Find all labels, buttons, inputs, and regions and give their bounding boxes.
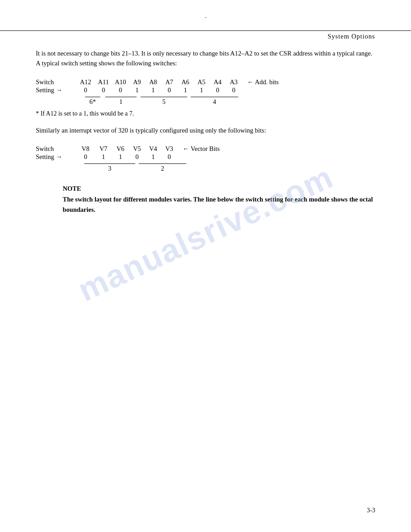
vector-switch-table: Switch V8 V7 V6 V5 V4 V3 ← Vector Bits S…: [36, 145, 375, 172]
similarly-paragraph: Similarly an interrupt vector of 320 is …: [36, 125, 375, 135]
top-dot: .: [205, 13, 207, 20]
col-v7: V7: [95, 145, 112, 153]
val-v8: 0: [76, 153, 95, 161]
group-value-1: 1: [119, 98, 122, 106]
note-section: NOTE The switch layout for different mod…: [36, 185, 375, 215]
val-a10: 0: [112, 86, 129, 94]
val-a7: 0: [161, 86, 177, 94]
val-a12: 0: [76, 86, 95, 94]
group-value-3: 3: [108, 165, 111, 172]
main-content: It is not necessary to change bits 21–13…: [36, 48, 375, 215]
col-a5: A5: [193, 78, 210, 86]
setting-label-2: Setting →: [36, 153, 76, 161]
col-v6: V6: [112, 145, 129, 153]
setting-label-1: Setting →: [36, 86, 76, 94]
col-v3: V3: [161, 145, 177, 153]
col-v4: V4: [145, 145, 161, 153]
col-a8: A8: [145, 78, 161, 86]
val-a8: 1: [145, 86, 161, 94]
val-a3: 0: [226, 86, 242, 94]
col-a12: A12: [76, 78, 95, 86]
csr-footnote: * If A12 is set to a 1, this would be a …: [36, 110, 375, 117]
val-a11: 0: [95, 86, 112, 94]
page-number: 3-3: [367, 507, 375, 514]
csr-switch-table: Switch A12 A11 A10 A9 A8 A7 A6 A5 A4 A3 …: [36, 78, 375, 106]
val-a5: 1: [193, 86, 210, 94]
page: . System Options It is not necessary to …: [0, 0, 411, 532]
col-a4: A4: [210, 78, 226, 86]
page-header: System Options: [0, 30, 411, 40]
col-v8: V8: [76, 145, 95, 153]
val-a9: 1: [129, 86, 145, 94]
col-a3: A3: [226, 78, 242, 86]
col-a6: A6: [177, 78, 193, 86]
note-title: NOTE: [63, 185, 375, 193]
group-value-5: 5: [162, 98, 165, 106]
switch-label-1: Switch: [36, 78, 76, 86]
val-v3: 0: [161, 153, 177, 161]
val-v6: 1: [112, 153, 129, 161]
add-bits-label: ← Add. bits: [247, 78, 279, 86]
col-v5: V5: [129, 145, 145, 153]
note-body: The switch layout for different modules …: [63, 194, 375, 215]
col-a9: A9: [129, 78, 145, 86]
val-a6: 1: [177, 86, 193, 94]
header-title: System Options: [0, 33, 411, 40]
col-a10: A10: [112, 78, 129, 86]
val-a4: 0: [210, 86, 226, 94]
col-a11: A11: [95, 78, 112, 86]
val-v7: 1: [95, 153, 112, 161]
val-v4: 1: [145, 153, 161, 161]
vector-bits-label: ← Vector Bits: [183, 145, 220, 153]
col-a7: A7: [161, 78, 177, 86]
group-value-4: 4: [213, 98, 216, 106]
switch-label-2: Switch: [36, 145, 76, 153]
group-value-6star: 6*: [90, 98, 96, 106]
val-v5: 0: [129, 153, 145, 161]
intro-paragraph: It is not necessary to change bits 21–13…: [36, 48, 375, 69]
group-value-2: 2: [161, 165, 164, 172]
